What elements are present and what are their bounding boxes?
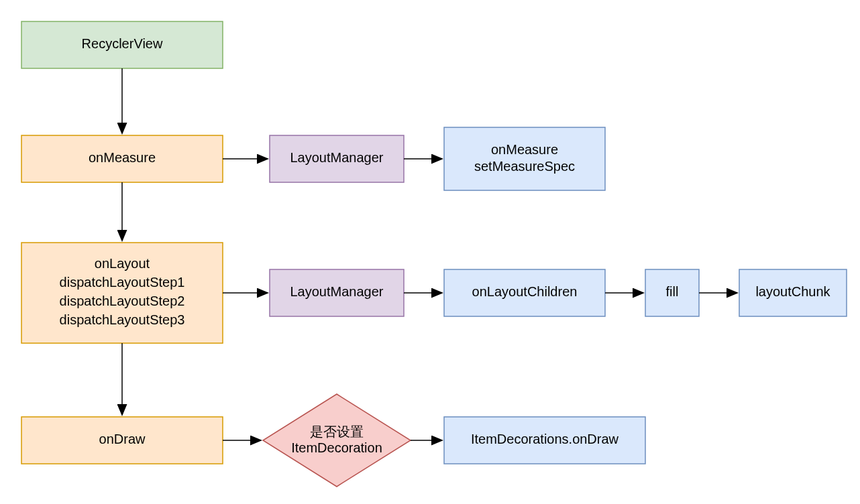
flowchart-diagram: RecyclerView onMeasure LayoutManager onM… — [0, 0, 860, 504]
label-onlayout-l4: dispatchLayoutStep3 — [60, 312, 185, 327]
label-onlayout-l1: onLayout — [95, 256, 150, 271]
label-layoutmanager1: LayoutManager — [290, 150, 384, 165]
label-layoutchunk: layoutChunk — [755, 284, 830, 299]
label-onlayoutchildren: onLayoutChildren — [472, 284, 578, 299]
label-recyclerview: RecyclerView — [82, 36, 163, 51]
label-onmeasure-spec-l1: onMeasure — [491, 142, 558, 157]
label-ondraw: onDraw — [99, 432, 146, 446]
label-onmeasure: onMeasure — [89, 150, 156, 165]
label-decision-l1: 是否设置 — [310, 424, 364, 439]
label-fill: fill — [666, 284, 679, 299]
label-onlayout-l2: dispatchLayoutStep1 — [60, 275, 185, 290]
label-onmeasure-spec-l2: setMeasureSpec — [474, 159, 575, 174]
label-layoutmanager2: LayoutManager — [290, 284, 384, 299]
label-itemdecorations: ItemDecorations.onDraw — [471, 432, 619, 446]
label-onlayout-l3: dispatchLayoutStep2 — [60, 294, 185, 308]
label-decision-l2: ItemDecoration — [291, 440, 382, 455]
